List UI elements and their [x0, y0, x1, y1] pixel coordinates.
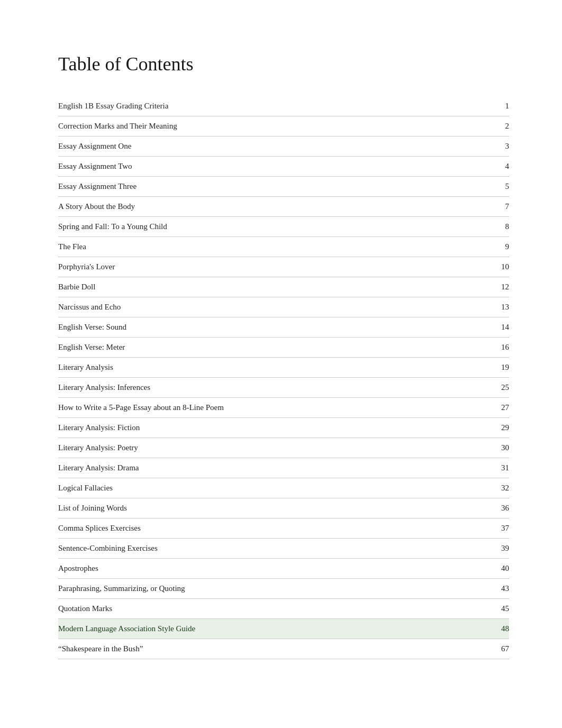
table-row: Comma Splices Exercises37: [58, 518, 509, 539]
toc-entry-title: A Story About the Body: [58, 197, 441, 217]
toc-entry-page: 10: [441, 257, 509, 277]
table-row: Apostrophes40: [58, 559, 509, 579]
table-row: “Shakespeare in the Bush”67: [58, 639, 509, 659]
toc-entry-title: Narcissus and Echo: [58, 297, 441, 317]
toc-entry-title: English 1B Essay Grading Criteria: [58, 96, 441, 116]
toc-entry-title: How to Write a 5-Page Essay about an 8-L…: [58, 398, 441, 418]
toc-entry-title: Apostrophes: [58, 559, 441, 579]
toc-entry-title: Quotation Marks: [58, 599, 441, 619]
table-row: List of Joining Words36: [58, 498, 509, 518]
toc-entry-page: 31: [441, 458, 509, 478]
table-row: Narcissus and Echo13: [58, 297, 509, 317]
toc-entry-title: English Verse: Meter: [58, 338, 441, 358]
toc-entry-title: Modern Language Association Style Guide: [58, 619, 441, 639]
toc-entry-page: 48: [441, 619, 509, 639]
toc-entry-page: 4: [441, 157, 509, 177]
toc-entry-title: Essay Assignment Three: [58, 177, 441, 197]
toc-entry-page: 39: [441, 539, 509, 559]
table-row: Literary Analysis: Inferences25: [58, 378, 509, 398]
toc-entry-page: 12: [441, 277, 509, 297]
toc-entry-page: 16: [441, 338, 509, 358]
table-row: Porphyria's Lover10: [58, 257, 509, 277]
toc-entry-title: Barbie Doll: [58, 277, 441, 297]
table-row: Sentence-Combining Exercises39: [58, 539, 509, 559]
table-row: Barbie Doll12: [58, 277, 509, 297]
toc-entry-title: Literary Analysis: Poetry: [58, 438, 441, 458]
table-row: Literary Analysis: Fiction29: [58, 418, 509, 438]
toc-entry-title: Essay Assignment One: [58, 136, 441, 157]
toc-entry-page: 3: [441, 136, 509, 157]
table-row: Essay Assignment One3: [58, 136, 509, 157]
toc-entry-title: List of Joining Words: [58, 498, 441, 518]
toc-entry-page: 32: [441, 478, 509, 498]
toc-entry-title: Spring and Fall: To a Young Child: [58, 217, 441, 237]
table-row: Modern Language Association Style Guide4…: [58, 619, 509, 639]
toc-entry-page: 14: [441, 317, 509, 338]
toc-entry-title: Porphyria's Lover: [58, 257, 441, 277]
toc-entry-title: Literary Analysis: [58, 358, 441, 378]
table-row: Essay Assignment Three5: [58, 177, 509, 197]
toc-entry-page: 45: [441, 599, 509, 619]
toc-entry-title: The Flea: [58, 237, 441, 257]
table-row: Literary Analysis: Poetry30: [58, 438, 509, 458]
toc-table: English 1B Essay Grading Criteria1Correc…: [58, 96, 509, 659]
toc-entry-page: 2: [441, 116, 509, 136]
toc-entry-title: Essay Assignment Two: [58, 157, 441, 177]
table-row: Quotation Marks45: [58, 599, 509, 619]
toc-entry-page: 36: [441, 498, 509, 518]
toc-entry-title: Literary Analysis: Drama: [58, 458, 441, 478]
toc-entry-title: Literary Analysis: Inferences: [58, 378, 441, 398]
toc-entry-page: 29: [441, 418, 509, 438]
toc-entry-title: Logical Fallacies: [58, 478, 441, 498]
toc-entry-page: 13: [441, 297, 509, 317]
toc-entry-title: Paraphrasing, Summarizing, or Quoting: [58, 579, 441, 599]
toc-entry-page: 7: [441, 197, 509, 217]
table-row: A Story About the Body7: [58, 197, 509, 217]
table-row: Logical Fallacies32: [58, 478, 509, 498]
toc-entry-title: Comma Splices Exercises: [58, 518, 441, 539]
toc-entry-title: Literary Analysis: Fiction: [58, 418, 441, 438]
toc-entry-page: 9: [441, 237, 509, 257]
table-row: Literary Analysis: Drama31: [58, 458, 509, 478]
toc-entry-page: 27: [441, 398, 509, 418]
table-row: Paraphrasing, Summarizing, or Quoting43: [58, 579, 509, 599]
toc-entry-title: Sentence-Combining Exercises: [58, 539, 441, 559]
table-row: English Verse: Sound14: [58, 317, 509, 338]
table-row: Correction Marks and Their Meaning2: [58, 116, 509, 136]
toc-entry-page: 1: [441, 96, 509, 116]
table-row: English 1B Essay Grading Criteria1: [58, 96, 509, 116]
toc-entry-title: Correction Marks and Their Meaning: [58, 116, 441, 136]
table-row: Literary Analysis19: [58, 358, 509, 378]
table-row: The Flea9: [58, 237, 509, 257]
toc-entry-page: 5: [441, 177, 509, 197]
toc-entry-page: 25: [441, 378, 509, 398]
toc-entry-page: 19: [441, 358, 509, 378]
toc-entry-page: 8: [441, 217, 509, 237]
toc-entry-page: 30: [441, 438, 509, 458]
table-row: English Verse: Meter16: [58, 338, 509, 358]
table-row: How to Write a 5-Page Essay about an 8-L…: [58, 398, 509, 418]
table-row: Essay Assignment Two4: [58, 157, 509, 177]
toc-entry-page: 67: [441, 639, 509, 659]
toc-entry-title: English Verse: Sound: [58, 317, 441, 338]
toc-entry-page: 40: [441, 559, 509, 579]
toc-entry-page: 37: [441, 518, 509, 539]
table-row: Spring and Fall: To a Young Child8: [58, 217, 509, 237]
page-title: Table of Contents: [58, 53, 509, 75]
toc-entry-page: 43: [441, 579, 509, 599]
toc-entry-title: “Shakespeare in the Bush”: [58, 639, 441, 659]
